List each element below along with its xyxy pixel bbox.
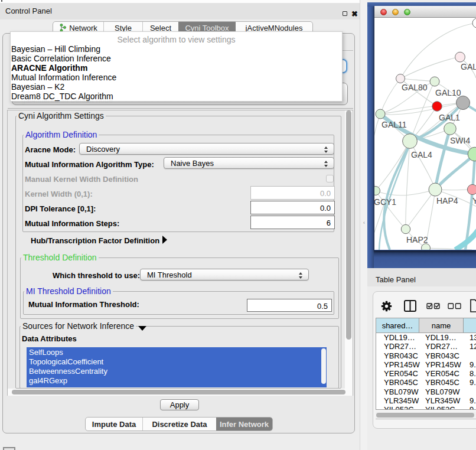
svg-text:GAL: GAL [461,62,476,71]
svg-text:GCY1: GCY1 [374,197,396,207]
svg-text:GAL1: GAL1 [439,113,460,122]
svg-text:GAL10: GAL10 [435,88,461,97]
svg-text:GAL11: GAL11 [382,120,407,129]
svg-text:Y: Y [472,196,476,206]
svg-text:GAL4: GAL4 [411,150,432,159]
svg-text:GAL80: GAL80 [402,83,428,92]
svg-text:HAP4: HAP4 [436,196,458,206]
svg-text:HAP2: HAP2 [406,235,428,244]
svg-text:SWI4: SWI4 [450,136,470,145]
